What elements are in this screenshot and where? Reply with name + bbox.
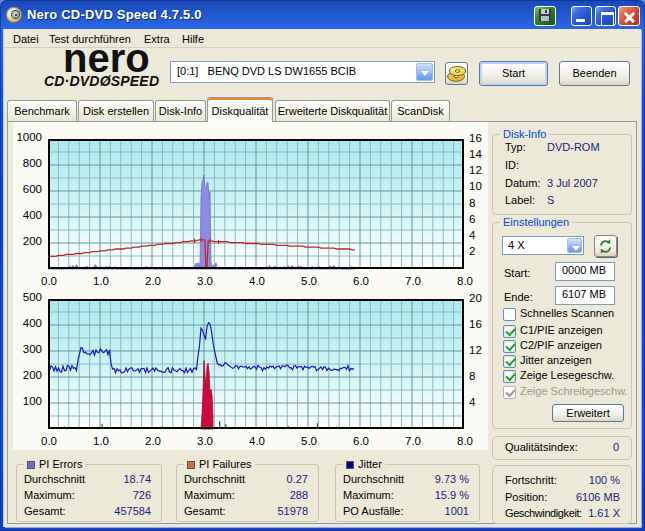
svg-text:1000: 1000 (16, 131, 42, 143)
svg-text:16: 16 (469, 132, 482, 144)
svg-text:8: 8 (469, 197, 475, 209)
svg-text:20: 20 (469, 292, 482, 304)
svg-text:2: 2 (469, 245, 475, 257)
svg-text:8.0: 8.0 (457, 275, 473, 287)
svg-text:7.0: 7.0 (405, 275, 421, 287)
svg-text:800: 800 (23, 157, 42, 169)
svg-text:4: 4 (469, 229, 476, 241)
svg-text:7.0: 7.0 (405, 435, 421, 447)
svg-text:6.0: 6.0 (353, 435, 369, 447)
svg-text:300: 300 (23, 343, 42, 355)
svg-text:2.0: 2.0 (145, 275, 161, 287)
svg-text:5.0: 5.0 (301, 275, 317, 287)
svg-text:4.0: 4.0 (249, 435, 265, 447)
svg-text:6: 6 (469, 213, 475, 225)
svg-text:2.0: 2.0 (145, 435, 161, 447)
svg-text:6.0: 6.0 (353, 275, 369, 287)
svg-text:5.0: 5.0 (301, 435, 317, 447)
svg-text:3.0: 3.0 (197, 275, 213, 287)
svg-text:4: 4 (469, 396, 476, 408)
svg-text:1.0: 1.0 (93, 275, 109, 287)
svg-text:12: 12 (469, 344, 482, 356)
svg-text:14: 14 (469, 148, 482, 160)
svg-text:1.0: 1.0 (93, 435, 109, 447)
svg-text:4.0: 4.0 (249, 275, 265, 287)
svg-text:0.0: 0.0 (41, 435, 57, 447)
svg-text:3.0: 3.0 (197, 435, 213, 447)
svg-text:200: 200 (23, 369, 42, 381)
svg-text:0.0: 0.0 (41, 275, 57, 287)
svg-text:200: 200 (23, 235, 42, 247)
svg-text:8: 8 (469, 370, 475, 382)
svg-text:12: 12 (469, 164, 482, 176)
svg-text:100: 100 (23, 395, 42, 407)
svg-text:500: 500 (23, 291, 42, 303)
svg-text:16: 16 (469, 318, 482, 330)
svg-text:10: 10 (469, 180, 482, 192)
svg-text:400: 400 (23, 209, 42, 221)
svg-text:600: 600 (23, 183, 42, 195)
svg-text:8.0: 8.0 (457, 435, 473, 447)
svg-text:400: 400 (23, 317, 42, 329)
